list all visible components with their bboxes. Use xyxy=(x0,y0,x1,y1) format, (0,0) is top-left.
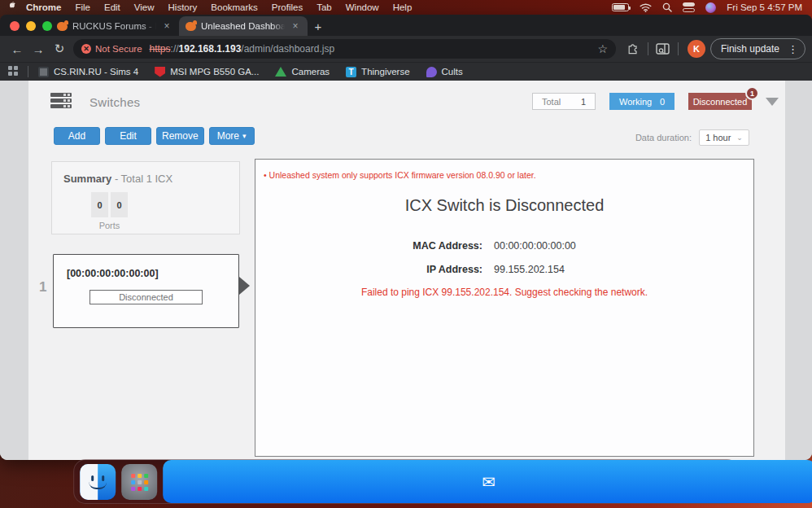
switch-list-item[interactable]: [00:00:00:00:00:00] Disconnected xyxy=(53,254,239,328)
disconnected-counter[interactable]: Disconnected 1 xyxy=(688,93,752,110)
port-counters: 0 0 xyxy=(91,192,239,217)
edit-button[interactable]: Edit xyxy=(105,127,151,145)
bookmark-label: Thingiverse xyxy=(361,67,409,77)
tab-unleashed-dashboard[interactable]: Unleashed Dashboard × xyxy=(179,16,308,36)
siri-icon[interactable] xyxy=(705,2,716,13)
switches-stack-icon xyxy=(50,93,72,108)
ip-address-row: IP Address: 99.155.202.154 xyxy=(239,264,737,275)
menu-item-edit[interactable]: Edit xyxy=(104,2,120,12)
right-gutter xyxy=(785,81,812,460)
summary-title: Summary xyxy=(63,173,111,185)
ping-error-message: Failed to ping ICX 99.155.202.154. Sugge… xyxy=(255,287,753,298)
bookmarks-bar: CS.RIN.RU - Sims 4 MSI MPG B550 GA... Ca… xyxy=(0,62,812,81)
url-host: 192.168.1.193 xyxy=(179,43,242,55)
caret-down-icon: ▾ xyxy=(242,132,247,140)
status-counters: Total 1 Working 0 Disconnected 1 xyxy=(532,93,779,110)
toolbar-divider xyxy=(678,42,679,55)
working-value: 0 xyxy=(660,97,665,107)
tab-title: Unleashed Dashboard xyxy=(201,21,285,31)
minimize-window-button[interactable] xyxy=(26,21,36,31)
battery-icon[interactable] xyxy=(612,3,629,11)
msi-shield-favicon xyxy=(155,67,165,77)
mac-address-row: MAC Address: 00:00:00:00:00:00 xyxy=(239,240,737,252)
data-duration-label: Data duration: xyxy=(635,133,692,142)
tab-title: RUCKUS Forums - Re: I upgr xyxy=(72,21,156,31)
disconnected-count-badge: 1 xyxy=(745,86,759,100)
menu-item-bookmarks[interactable]: Bookmarks xyxy=(211,2,258,12)
total-label: Total xyxy=(542,97,561,107)
close-window-button[interactable] xyxy=(10,21,20,31)
ports-label: Ports xyxy=(91,221,128,230)
bookmark-cameras[interactable]: Cameras xyxy=(275,67,330,77)
forward-button[interactable]: → xyxy=(28,38,49,59)
tab-close-icon[interactable]: × xyxy=(290,20,301,32)
more-button[interactable]: More ▾ xyxy=(209,127,255,145)
menu-item-file[interactable]: File xyxy=(75,2,90,12)
dock-finder-icon[interactable] xyxy=(80,464,116,500)
mac-address-label: MAC Address: xyxy=(239,240,488,252)
ip-address-value: 99.155.202.154 xyxy=(488,264,737,275)
control-center-icon[interactable] xyxy=(683,2,695,12)
bookmark-label: CS.RIN.RU - Sims 4 xyxy=(54,67,138,77)
tab-strip: RUCKUS Forums - Re: I upgr × Unleashed D… xyxy=(0,15,812,36)
dashboard-content: Switches Total 1 Working 0 Disconnected … xyxy=(0,81,812,460)
menu-item-tab[interactable]: Tab xyxy=(317,2,332,12)
bookmark-star-icon[interactable]: ☆ xyxy=(597,42,608,55)
detail-heading: ICX Switch is Disconnected xyxy=(255,196,753,215)
menu-item-window[interactable]: Window xyxy=(346,2,379,12)
window-controls xyxy=(10,21,52,31)
extensions-icon[interactable] xyxy=(622,39,644,59)
dock-launchpad-icon[interactable] xyxy=(121,464,157,500)
url-path: /admin/dashboard.jsp xyxy=(241,43,334,55)
total-counter[interactable]: Total 1 xyxy=(532,93,596,110)
finish-update-label: Finish update xyxy=(721,43,779,55)
data-duration-select[interactable]: 1 hour ⌄ xyxy=(699,129,749,146)
bookmark-label: Cults xyxy=(442,67,463,77)
bookmark-thingiverse[interactable]: T Thingiverse xyxy=(346,67,409,77)
app-menus: Chrome File Edit View History Bookmarks … xyxy=(26,2,412,12)
menu-clock[interactable]: Fri Sep 5 4:57 PM xyxy=(727,2,802,12)
bookmark-label: Cameras xyxy=(291,67,330,77)
reload-button[interactable]: ↻ xyxy=(49,38,70,59)
port-up-count: 0 xyxy=(91,192,108,217)
spotlight-search-icon[interactable] xyxy=(662,2,672,12)
address-bar[interactable]: ✕ Not Secure https://192.168.1.193/admin… xyxy=(73,39,616,59)
apple-logo-icon[interactable] xyxy=(10,2,21,13)
side-panel-icon[interactable] xyxy=(653,39,674,59)
macos-menu-bar: Chrome File Edit View History Bookmarks … xyxy=(0,0,812,15)
ip-address-label: IP Address: xyxy=(239,264,488,275)
url-separator: :// xyxy=(171,43,179,55)
bookmark-msi[interactable]: MSI MPG B550 GA... xyxy=(155,67,259,77)
menu-item-chrome[interactable]: Chrome xyxy=(26,2,61,12)
security-chip[interactable]: ✕ Not Secure xyxy=(81,44,142,54)
collapse-filter-icon[interactable] xyxy=(766,98,779,106)
ruckus-favicon xyxy=(57,22,68,31)
macos-dock: ✉ SEP 5 ♫ A ⚙ 1 ☁ xyxy=(73,459,739,504)
tab-ruckus-forums[interactable]: RUCKUS Forums - Re: I upgr × xyxy=(50,16,179,36)
browser-window: RUCKUS Forums - Re: I upgr × Unleashed D… xyxy=(0,15,812,460)
working-counter[interactable]: Working 0 xyxy=(609,93,674,110)
bookmark-cults[interactable]: Cults xyxy=(426,67,463,77)
not-secure-icon: ✕ xyxy=(81,44,91,54)
finish-update-button[interactable]: Finish update ⋮ xyxy=(710,38,805,59)
thingiverse-favicon: T xyxy=(346,67,356,77)
profile-avatar[interactable]: K xyxy=(688,40,705,58)
menu-item-help[interactable]: Help xyxy=(393,2,413,12)
dock-mail-icon[interactable]: ✉ xyxy=(163,460,812,503)
add-button[interactable]: Add xyxy=(54,127,100,145)
switch-status-badge: Disconnected xyxy=(89,290,203,304)
browser-menu-icon[interactable]: ⋮ xyxy=(784,43,801,55)
new-tab-button[interactable]: + xyxy=(308,16,329,36)
menu-item-view[interactable]: View xyxy=(134,2,155,12)
remove-button[interactable]: Remove xyxy=(156,127,204,145)
back-button[interactable]: ← xyxy=(7,38,28,59)
bookmark-csrin[interactable]: CS.RIN.RU - Sims 4 xyxy=(38,67,138,77)
wifi-icon[interactable] xyxy=(640,3,652,12)
tab-close-icon[interactable]: × xyxy=(161,20,172,32)
apps-grid-icon[interactable] xyxy=(8,66,20,77)
menu-item-history[interactable]: History xyxy=(168,2,198,12)
switch-mac-label: [00:00:00:00:00:00] xyxy=(67,268,238,279)
menu-item-profiles[interactable]: Profiles xyxy=(272,2,303,12)
switch-row-index: 1 xyxy=(39,279,46,296)
browser-toolbar: ← → ↻ ✕ Not Secure https://192.168.1.193… xyxy=(0,36,812,62)
